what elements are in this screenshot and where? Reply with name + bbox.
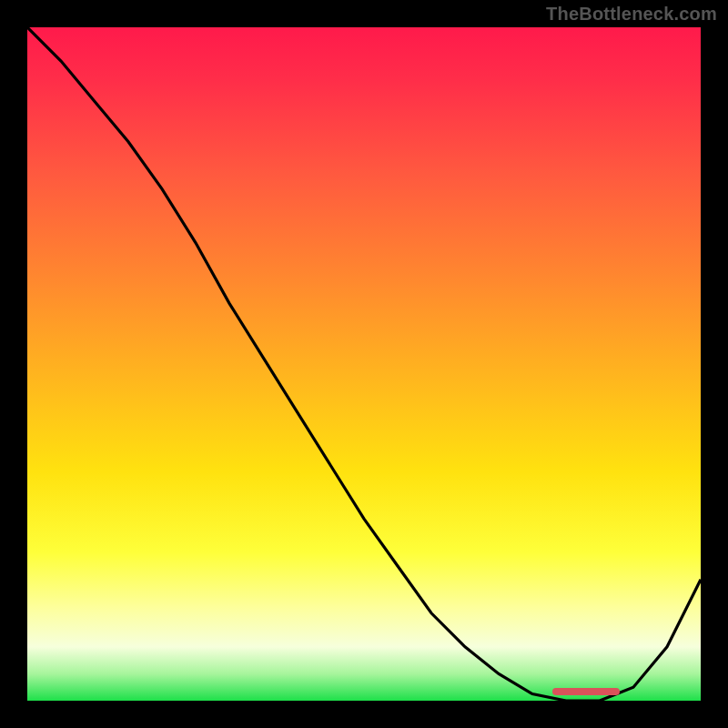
optimal-range-marker [552, 688, 620, 695]
plot-area [27, 27, 701, 701]
bottleneck-curve [27, 27, 701, 701]
attribution-watermark: TheBottleneck.com [546, 4, 717, 25]
chart-container: TheBottleneck.com [0, 0, 728, 728]
